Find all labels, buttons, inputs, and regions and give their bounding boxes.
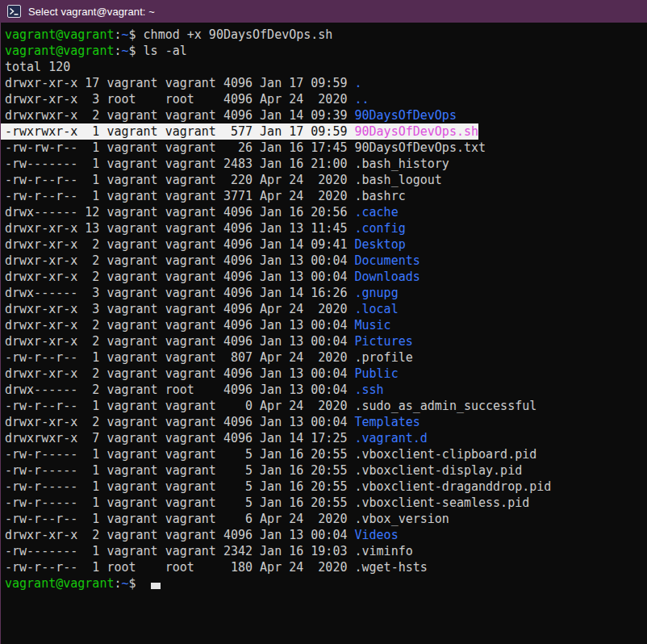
- file-meta: drwxr-xr-x 2 vagrant vagrant 4096 Jan 13…: [5, 415, 354, 429]
- file-name[interactable]: .wget-hsts: [354, 560, 427, 575]
- file-name[interactable]: .gnupg: [354, 286, 398, 300]
- file-name[interactable]: .ssh: [354, 383, 383, 397]
- file-meta: -rw-rw-r-- 1 vagrant vagrant 26 Jan 16 1…: [5, 140, 354, 155]
- table-row: drwxr-xr-x 17 vagrant vagrant 4096 Jan 1…: [5, 75, 647, 91]
- prompt-path: ~: [122, 44, 129, 58]
- shell-command-line-2: vagrant@vagrant:~$ ls -al: [5, 43, 647, 59]
- table-row: drwx------ 2 vagrant root 4096 Jan 13 00…: [5, 382, 647, 398]
- file-name[interactable]: Documents: [354, 253, 420, 268]
- file-name[interactable]: Desktop: [354, 237, 405, 252]
- file-name[interactable]: Downloads: [354, 270, 420, 284]
- prompt-user: vagrant@vagrant: [5, 576, 114, 591]
- table-row: -rw-r--r-- 1 vagrant vagrant 0 Apr 24 20…: [5, 398, 647, 414]
- terminal-cursor: [151, 583, 161, 589]
- table-row: -rw-r--r-- 1 vagrant vagrant 3771 Apr 24…: [5, 188, 647, 204]
- table-row: drwxr-xr-x 2 vagrant vagrant 4096 Jan 13…: [5, 333, 647, 349]
- file-name[interactable]: .cache: [354, 205, 398, 220]
- file-meta: drwx------ 2 vagrant root 4096 Jan 13 00…: [5, 383, 354, 397]
- file-meta: -rw-r--r-- 1 root root 180 Apr 24 2020: [5, 560, 354, 575]
- file-listing: drwxr-xr-x 17 vagrant vagrant 4096 Jan 1…: [5, 75, 647, 575]
- table-row: drwxrwxr-x 2 vagrant vagrant 4096 Jan 14…: [5, 107, 647, 123]
- file-meta: -rw-r--r-- 1 vagrant vagrant 3771 Apr 24…: [5, 189, 354, 203]
- file-meta: -rw------- 1 vagrant vagrant 2342 Jan 16…: [5, 544, 354, 558]
- titlebar[interactable]: Select vagrant@vagrant: ~: [0, 0, 647, 23]
- file-name[interactable]: .vbox_version: [354, 512, 449, 526]
- file-name[interactable]: Templates: [354, 415, 420, 429]
- file-meta: -rw-r----- 1 vagrant vagrant 5 Jan 16 20…: [5, 463, 354, 478]
- table-row: drwxr-xr-x 2 vagrant vagrant 4096 Jan 14…: [5, 236, 647, 253]
- file-meta: drwxr-xr-x 2 vagrant vagrant 4096 Jan 13…: [5, 270, 354, 284]
- file-name[interactable]: Videos: [354, 528, 398, 542]
- file-meta: -rw-r----- 1 vagrant vagrant 5 Jan 16 20…: [5, 496, 354, 510]
- file-name[interactable]: .bash_logout: [354, 173, 441, 187]
- table-row: drwxr-xr-x 2 vagrant vagrant 4096 Jan 13…: [5, 317, 647, 333]
- file-meta: drwx------ 3 vagrant vagrant 4096 Jan 14…: [5, 286, 354, 300]
- prompt-dollar: $: [129, 576, 144, 591]
- file-meta: drwxrwxr-x 2 vagrant vagrant 4096 Jan 14…: [5, 108, 354, 123]
- command-text-ls: ls -al: [144, 44, 187, 58]
- file-name[interactable]: .vboxclient-draganddrop.pid: [354, 479, 551, 494]
- file-meta: drwxr-xr-x 2 vagrant vagrant 4096 Jan 13…: [5, 334, 354, 349]
- prompt-dollar: $: [129, 44, 144, 58]
- prompt-path: ~: [122, 576, 129, 591]
- table-row: -rw------- 1 vagrant vagrant 2483 Jan 16…: [5, 156, 647, 172]
- file-meta: drwxr-xr-x 2 vagrant vagrant 4096 Jan 13…: [5, 318, 354, 332]
- file-meta: -rwxrwxr-x 1 vagrant vagrant 577 Jan 17 …: [5, 124, 354, 139]
- file-meta: -rw-r--r-- 1 vagrant vagrant 807 Apr 24 …: [5, 350, 354, 365]
- file-meta: drwx------ 12 vagrant vagrant 4096 Jan 1…: [5, 205, 354, 220]
- file-name[interactable]: .profile: [354, 350, 412, 365]
- table-row: -rw-r--r-- 1 vagrant vagrant 6 Apr 24 20…: [5, 511, 647, 527]
- file-name[interactable]: .config: [354, 221, 405, 236]
- file-name[interactable]: 90DaysOfDevOps.txt: [354, 140, 486, 155]
- command-text-chmod: chmod +x 90DaysOfDevOps.sh: [144, 27, 333, 42]
- prompt-colon: :: [114, 576, 121, 591]
- file-name[interactable]: 90DaysOfDevOps.sh: [354, 124, 478, 139]
- table-row: drwxr-xr-x 2 vagrant vagrant 4096 Jan 13…: [5, 527, 647, 543]
- file-meta: drwxr-xr-x 2 vagrant vagrant 4096 Jan 14…: [5, 237, 354, 252]
- table-row: -rw------- 1 vagrant vagrant 2342 Jan 16…: [5, 543, 647, 559]
- file-name[interactable]: .: [354, 76, 361, 90]
- file-meta: -rw-r--r-- 1 vagrant vagrant 220 Apr 24 …: [5, 173, 354, 187]
- file-meta: -rw------- 1 vagrant vagrant 2483 Jan 16…: [5, 157, 354, 171]
- file-name[interactable]: .viminfo: [354, 544, 412, 558]
- prompt-colon: :: [114, 44, 121, 58]
- table-row: drwxrwxr-x 7 vagrant vagrant 4096 Jan 14…: [5, 430, 647, 446]
- table-row: -rw-r--r-- 1 vagrant vagrant 807 Apr 24 …: [5, 349, 647, 366]
- table-row: -rw-r--r-- 1 root root 180 Apr 24 2020 .…: [5, 559, 647, 575]
- console-icon[interactable]: [7, 5, 21, 18]
- terminal-screen[interactable]: vagrant@vagrant:~$ chmod +x 90DaysOfDevO…: [0, 23, 647, 644]
- table-row: drwxr-xr-x 2 vagrant vagrant 4096 Jan 13…: [5, 269, 647, 285]
- file-name[interactable]: .vboxclient-clipboard.pid: [354, 447, 536, 462]
- file-name[interactable]: .local: [354, 302, 398, 316]
- file-meta: drwxr-xr-x 17 vagrant vagrant 4096 Jan 1…: [5, 76, 354, 90]
- file-name[interactable]: .bash_history: [354, 157, 449, 171]
- file-meta: drwxr-xr-x 3 root root 4096 Apr 24 2020: [5, 92, 354, 107]
- prompt-colon: :: [114, 27, 121, 42]
- file-name[interactable]: .vboxclient-display.pid: [354, 463, 522, 478]
- table-row: -rw-r----- 1 vagrant vagrant 5 Jan 16 20…: [5, 446, 647, 462]
- table-row: drwxr-xr-x 2 vagrant vagrant 4096 Jan 13…: [5, 366, 647, 382]
- table-row: -rw-r----- 1 vagrant vagrant 5 Jan 16 20…: [5, 462, 647, 479]
- file-name[interactable]: Music: [354, 318, 390, 332]
- file-name[interactable]: .vagrant.d: [354, 431, 427, 445]
- file-name[interactable]: Public: [354, 366, 398, 381]
- file-meta: -rw-r----- 1 vagrant vagrant 5 Jan 16 20…: [5, 479, 354, 494]
- shell-prompt-line: vagrant@vagrant:~$: [5, 575, 647, 592]
- terminal-window: Select vagrant@vagrant: ~ vagrant@vagran…: [0, 0, 647, 644]
- table-row: drwxr-xr-x 3 root root 4096 Apr 24 2020 …: [5, 91, 647, 107]
- file-meta: drwxrwxr-x 7 vagrant vagrant 4096 Jan 14…: [5, 431, 354, 445]
- table-row: -rwxrwxr-x 1 vagrant vagrant 577 Jan 17 …: [1, 123, 478, 140]
- file-name[interactable]: Pictures: [354, 334, 412, 349]
- file-meta: drwxr-xr-x 2 vagrant vagrant 4096 Jan 13…: [5, 366, 354, 381]
- prompt-path: ~: [122, 27, 129, 42]
- table-row: -rw-rw-r-- 1 vagrant vagrant 26 Jan 16 1…: [5, 140, 647, 156]
- prompt-dollar: $: [129, 27, 144, 42]
- file-name[interactable]: ..: [354, 92, 369, 107]
- file-meta: -rw-r----- 1 vagrant vagrant 5 Jan 16 20…: [5, 447, 354, 462]
- file-name[interactable]: .bashrc: [354, 189, 405, 203]
- file-name[interactable]: 90DaysOfDevOps: [354, 108, 456, 123]
- table-row: -rw-r----- 1 vagrant vagrant 5 Jan 16 20…: [5, 495, 647, 511]
- file-meta: drwxr-xr-x 2 vagrant vagrant 4096 Jan 13…: [5, 528, 354, 542]
- file-name[interactable]: .sudo_as_admin_successful: [354, 399, 536, 413]
- file-name[interactable]: .vboxclient-seamless.pid: [354, 496, 529, 510]
